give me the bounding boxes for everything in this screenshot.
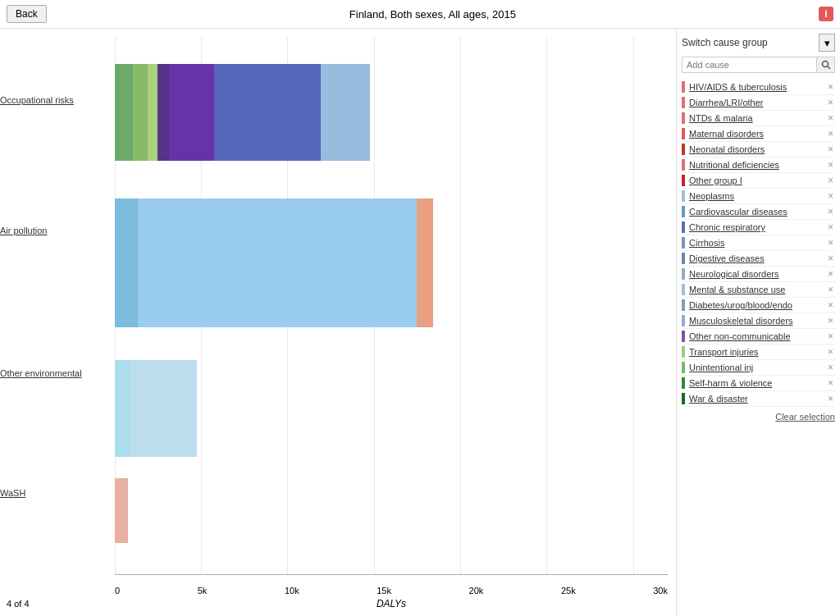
- cause-remove-button[interactable]: ×: [826, 81, 835, 93]
- cause-remove-button[interactable]: ×: [826, 268, 835, 280]
- grid-line-30k: [633, 37, 634, 575]
- cause-item: NTDs & malaria ×: [682, 111, 835, 126]
- bar-seg: [115, 478, 128, 543]
- cause-remove-button[interactable]: ×: [826, 206, 835, 217]
- cause-remove-button[interactable]: ×: [826, 346, 835, 358]
- cause-name[interactable]: Chronic respiratory: [689, 222, 826, 232]
- footer-text: 4 of 4: [7, 598, 30, 609]
- x-label-15k: 15k: [377, 586, 391, 595]
- cause-color-bar: [682, 237, 685, 249]
- cause-remove-button[interactable]: ×: [826, 128, 835, 139]
- cause-color-bar: [682, 159, 685, 171]
- cause-remove-button[interactable]: ×: [826, 190, 835, 202]
- cause-name[interactable]: Self-harm & violence: [689, 378, 826, 388]
- cause-remove-button[interactable]: ×: [826, 97, 835, 108]
- bar-seg: [158, 64, 169, 161]
- cause-remove-button[interactable]: ×: [826, 331, 835, 342]
- cause-color-bar: [682, 253, 685, 264]
- switch-dropdown-button[interactable]: ▾: [819, 34, 835, 52]
- cause-name[interactable]: Neonatal disorders: [689, 144, 826, 154]
- cause-remove-button[interactable]: ×: [826, 299, 835, 311]
- back-button[interactable]: Back: [7, 5, 47, 23]
- cause-remove-button[interactable]: ×: [826, 159, 835, 171]
- content-area: Occupational risks Air pollution Other e…: [0, 29, 840, 616]
- bars-container: [115, 37, 668, 575]
- cause-color-bar: [682, 175, 685, 186]
- info-icon[interactable]: i: [819, 7, 833, 21]
- add-cause-container: [682, 57, 835, 73]
- cause-name[interactable]: Cardiovascular diseases: [689, 207, 826, 217]
- cause-name[interactable]: Other group I: [689, 176, 826, 185]
- cause-name[interactable]: Neurological disorders: [689, 269, 826, 279]
- cause-remove-button[interactable]: ×: [826, 144, 835, 155]
- cause-color-bar: [682, 284, 685, 295]
- main-container: Back Finland, Both sexes, All ages, 2015…: [0, 0, 840, 616]
- cause-name[interactable]: Transport injuries: [689, 347, 826, 357]
- cause-item: Neonatal disorders ×: [682, 142, 835, 157]
- cause-name[interactable]: Diabetes/urog/blood/endo: [689, 300, 826, 310]
- cause-item: Mental & substance use ×: [682, 282, 835, 298]
- cause-remove-button[interactable]: ×: [826, 253, 835, 264]
- cause-name[interactable]: Unintentional inj: [689, 363, 826, 372]
- add-cause-input[interactable]: [682, 57, 816, 72]
- cause-color-bar: [682, 331, 685, 342]
- cause-name[interactable]: Digestive diseases: [689, 253, 826, 263]
- search-icon: [821, 60, 831, 70]
- cause-name[interactable]: Diarrhea/LRI/other: [689, 98, 826, 107]
- cause-name[interactable]: Nutritional deficiencies: [689, 160, 826, 170]
- cause-name[interactable]: HIV/AIDS & tuberculosis: [689, 82, 826, 92]
- bar-seg: [138, 198, 417, 327]
- cause-name[interactable]: Musculoskeletal disorders: [689, 316, 826, 326]
- cause-remove-button[interactable]: ×: [826, 284, 835, 295]
- cause-item: Diabetes/urog/blood/endo ×: [682, 298, 835, 313]
- cause-item: Chronic respiratory ×: [682, 220, 835, 235]
- cause-remove-button[interactable]: ×: [826, 221, 835, 233]
- cause-name[interactable]: Maternal disorders: [689, 129, 826, 139]
- cause-color-bar: [682, 81, 685, 93]
- cause-color-bar: [682, 128, 685, 139]
- sidebar: Switch cause group ▾ HIV/AIDS & tubercul…: [676, 29, 840, 616]
- cause-name[interactable]: Other non-communicable: [689, 331, 826, 341]
- x-label-25k: 25k: [561, 586, 576, 595]
- bar-other-env: [115, 360, 197, 457]
- bar-seg: [148, 64, 158, 161]
- switch-cause-label: Switch cause group: [682, 37, 819, 48]
- cause-color-bar: [682, 112, 685, 124]
- clear-selection-link[interactable]: Clear selection: [682, 412, 835, 422]
- cause-color-bar: [682, 377, 685, 389]
- bar-wash: [115, 478, 128, 543]
- bar-seg: [214, 64, 321, 161]
- cause-item: Digestive diseases ×: [682, 251, 835, 267]
- cause-remove-button[interactable]: ×: [826, 362, 835, 373]
- cause-remove-button[interactable]: ×: [826, 377, 835, 389]
- x-label-10k: 10k: [285, 586, 299, 595]
- cause-remove-button[interactable]: ×: [826, 237, 835, 249]
- cause-name[interactable]: War & disaster: [689, 394, 826, 404]
- cause-item: Other group I ×: [682, 173, 835, 189]
- bar-occupational: [115, 64, 370, 161]
- cause-color-bar: [682, 97, 685, 108]
- grid-line-25k: [546, 37, 547, 575]
- y-label-air[interactable]: Air pollution: [0, 226, 53, 235]
- x-label-5k: 5k: [198, 586, 208, 595]
- cause-name[interactable]: Cirrhosis: [689, 238, 826, 248]
- cause-item: Nutritional deficiencies ×: [682, 157, 835, 173]
- search-button[interactable]: [816, 57, 834, 72]
- cause-item: Maternal disorders ×: [682, 126, 835, 142]
- cause-name[interactable]: NTDs & malaria: [689, 113, 826, 123]
- cause-color-bar: [682, 315, 685, 326]
- cause-remove-button[interactable]: ×: [826, 175, 835, 186]
- y-label-occupational[interactable]: Occupational risks: [0, 95, 80, 105]
- bar-seg: [115, 198, 138, 327]
- cause-name[interactable]: Neoplasms: [689, 191, 826, 201]
- y-label-other-env[interactable]: Other environmental: [0, 368, 89, 378]
- cause-name[interactable]: Mental & substance use: [689, 285, 826, 294]
- cause-item: Transport injuries ×: [682, 345, 835, 360]
- cause-remove-button[interactable]: ×: [826, 112, 835, 124]
- cause-remove-button[interactable]: ×: [826, 393, 835, 404]
- cause-item: HIV/AIDS & tuberculosis ×: [682, 80, 835, 95]
- cause-remove-button[interactable]: ×: [826, 315, 835, 326]
- y-label-wash[interactable]: WaSH: [0, 488, 32, 498]
- bar-seg: [169, 64, 214, 161]
- x-axis-line: [115, 574, 668, 575]
